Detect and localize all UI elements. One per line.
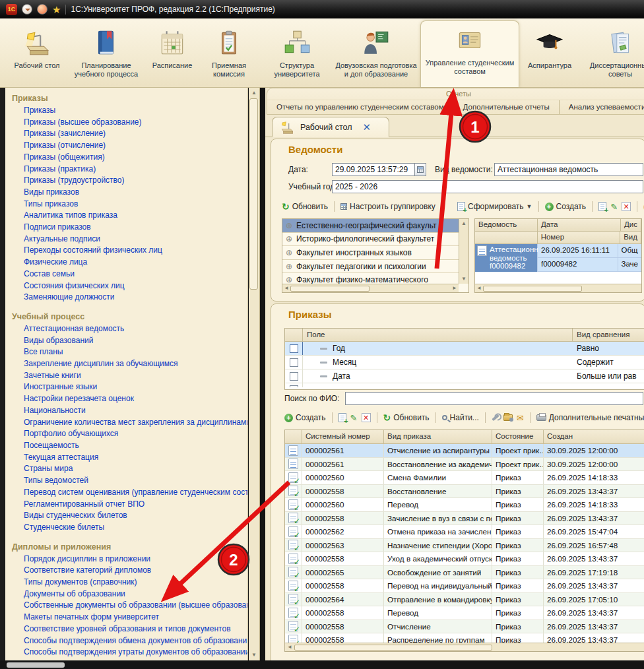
order-row[interactable]: ✓ 000002558 Восстановление Приказ 26.09.… bbox=[285, 485, 644, 499]
sidebar-link[interactable]: Перевод систем оценивания (управление ст… bbox=[5, 487, 247, 499]
1c-logo-icon[interactable]: 1С bbox=[6, 4, 17, 15]
order-row[interactable]: ✓ 000002561 Восстановление из академичес… bbox=[285, 458, 644, 472]
copy-button[interactable] bbox=[338, 413, 346, 422]
expand-plus-icon[interactable]: ⊕ bbox=[286, 275, 292, 284]
year-input[interactable] bbox=[332, 180, 643, 193]
additional-print-button[interactable]: Дополнительные печатные bbox=[536, 413, 644, 422]
col-field[interactable]: Поле bbox=[303, 329, 573, 341]
col-vedomost[interactable]: Ведомость bbox=[475, 219, 538, 232]
sidebar-link[interactable]: Иностранные языки bbox=[5, 381, 247, 393]
col-order-kind[interactable]: Вид приказа bbox=[384, 430, 492, 443]
sidebar-link[interactable]: Собственные документы об образовании (вы… bbox=[5, 600, 247, 612]
filter-checkbox[interactable] bbox=[290, 372, 298, 381]
sidebar-link[interactable]: Подписи приказов bbox=[5, 222, 247, 234]
order-row[interactable]: ✓ 000002564 Отправление в командировку П… bbox=[285, 593, 644, 607]
order-row[interactable]: ✓ 000002558 Распределение по группам При… bbox=[285, 633, 644, 643]
sidebar-link[interactable]: Актуальные подписи bbox=[5, 234, 247, 245]
settings-wrench-icon[interactable] bbox=[492, 414, 499, 422]
refresh-button[interactable]: ↻Обновить bbox=[282, 202, 328, 211]
sidebar-link[interactable]: Порядок дисциплин в приложении bbox=[5, 554, 247, 565]
sidebar-link[interactable]: Виды образований bbox=[5, 335, 247, 347]
sidebar-link[interactable]: Посещаемость bbox=[5, 440, 247, 452]
col-dis[interactable]: Дис bbox=[621, 219, 641, 232]
faculty-row[interactable]: ⊕ Историко-филологический факультет bbox=[282, 233, 459, 247]
vedomost-row[interactable]: Аттестационная ведомость f00009482 26.09… bbox=[475, 244, 641, 272]
sidebar-link[interactable]: Приказы bbox=[5, 105, 247, 117]
ribbon-tab-schedule[interactable]: Расписание bbox=[146, 24, 198, 86]
sidebar-link[interactable]: Студенческие билеты bbox=[5, 522, 247, 534]
order-row[interactable]: ✓ 000002560 Смена Фамилии Приказ 26.09.2… bbox=[285, 471, 644, 485]
expand-plus-icon[interactable]: ⊕ bbox=[286, 221, 292, 230]
sidebar-link[interactable]: Настройки перезачета оценок bbox=[5, 393, 247, 405]
faculty-hscrollbar[interactable]: ◄ ► bbox=[282, 284, 459, 292]
ribbon-tab-dissertation-councils[interactable]: Диссертационные советы bbox=[581, 24, 644, 86]
faculty-row[interactable]: ⊕ Естественно-географический факульт bbox=[282, 219, 459, 233]
sidebar-link[interactable]: Физические лица bbox=[5, 257, 247, 269]
calendar-button[interactable] bbox=[415, 163, 426, 176]
ribbon-tab-student-management[interactable]: Управление студенческим составом bbox=[420, 20, 519, 87]
col-date[interactable]: Дата bbox=[538, 219, 621, 232]
find-button[interactable]: Найти... bbox=[442, 413, 479, 422]
sidebar-link[interactable]: Аналитика типов приказа bbox=[5, 210, 247, 222]
sidebar-link[interactable]: Приказы (зачисление) bbox=[5, 128, 247, 140]
orders-hscrollbar[interactable]: ◄ bbox=[285, 643, 644, 651]
edit-button[interactable]: ✎ bbox=[350, 414, 358, 422]
col-created[interactable]: Создан bbox=[544, 430, 644, 443]
report-tab[interactable]: Анализ успеваемости обуча bbox=[559, 100, 644, 114]
sidebar-link[interactable]: Переходы состояний физических лиц bbox=[5, 245, 247, 257]
main-menu-button[interactable] bbox=[22, 4, 32, 15]
scroll-down-icon[interactable]: ▼ bbox=[249, 651, 259, 659]
create-button[interactable]: +Создать bbox=[545, 202, 587, 211]
scroll-up-icon[interactable]: ▲ bbox=[459, 220, 468, 228]
delete-button[interactable]: ✕ bbox=[622, 202, 631, 211]
scrollbar-thumb[interactable] bbox=[249, 98, 258, 290]
order-row[interactable]: ✓ 000002565 Освобождение от занятий Прик… bbox=[285, 566, 644, 580]
order-row[interactable]: ✓ 000002558 Перевод на индивидуальный гр… bbox=[285, 579, 644, 593]
ribbon-tab-preuniversity[interactable]: Довузовская подготовка и доп образование bbox=[333, 24, 419, 86]
filter-checkbox[interactable] bbox=[290, 344, 298, 353]
sidebar-link[interactable]: Заменяющие должности bbox=[5, 292, 247, 303]
scrollbar-thumb[interactable] bbox=[290, 286, 370, 292]
sidebar-link[interactable]: Закрепление дисциплин за обучающимся bbox=[5, 358, 247, 370]
sidebar-link[interactable]: Все планы bbox=[5, 346, 247, 358]
vedomost-hscrollbar[interactable]: ◄ bbox=[475, 284, 641, 292]
kind-input[interactable] bbox=[494, 163, 643, 176]
order-row[interactable]: ✓ 000002561 Отчисление из аспирантуры Пр… bbox=[285, 444, 644, 458]
faculty-row[interactable]: ⊕ Факультет иностранных языков bbox=[282, 246, 459, 260]
sidebar-link[interactable]: Приказы (трудоустройство) bbox=[5, 175, 247, 187]
sidebar-link[interactable]: Виды приказов bbox=[5, 187, 247, 199]
order-row[interactable]: ✓ 000002558 Отчисление Приказ 26.09.2025… bbox=[285, 620, 644, 634]
expand-plus-icon[interactable]: ⊕ bbox=[286, 262, 292, 271]
date-input[interactable] bbox=[332, 163, 415, 176]
sidebar-link[interactable]: Зачетные книги bbox=[5, 370, 247, 382]
sidebar-link[interactable]: Регламентированный отчет ВПО bbox=[5, 499, 247, 511]
folder-settings-icon[interactable] bbox=[503, 414, 513, 421]
refresh-orders-button[interactable]: ↻Обновить bbox=[383, 413, 430, 422]
sidebar-link[interactable]: Типы приказов bbox=[5, 199, 247, 210]
order-row[interactable]: ✓ 000002562 Отмена приказа на зачисление… bbox=[285, 525, 644, 539]
order-row[interactable]: ✓ 000002560 Перевод Приказ 26.09.2025 14… bbox=[285, 498, 644, 512]
col-vid[interactable]: Вид bbox=[620, 232, 641, 244]
col-state[interactable]: Состояние bbox=[492, 430, 544, 443]
scroll-left-icon[interactable]: ◄ bbox=[475, 284, 483, 292]
sidebar-link[interactable]: Типы ведомостей bbox=[5, 475, 247, 487]
window-control-button[interactable] bbox=[37, 4, 48, 15]
ribbon-tab-structure[interactable]: Структура университета bbox=[264, 24, 330, 86]
scrollbar-thumb[interactable] bbox=[294, 645, 492, 651]
sidebar-link[interactable]: Приказы (общежития) bbox=[5, 152, 247, 164]
sidebar-link[interactable]: Состояния физических лиц bbox=[5, 280, 247, 292]
delete-button[interactable]: ✕ bbox=[362, 413, 371, 422]
ribbon-tab-postgraduate[interactable]: Аспирантура bbox=[521, 24, 578, 86]
sidebar-link[interactable]: Ограничение количества мест закрепления … bbox=[5, 417, 247, 429]
favorites-star-icon[interactable]: ★ bbox=[52, 5, 61, 15]
sidebar-link[interactable]: Состав семьи bbox=[5, 269, 247, 280]
sidebar-link[interactable]: Страны мира bbox=[5, 463, 247, 475]
edit-button[interactable]: ✎ bbox=[610, 203, 618, 211]
scroll-right-icon[interactable]: ► bbox=[451, 284, 459, 292]
order-row[interactable]: ✓ 000002558 Уход в академический отпуск … bbox=[285, 552, 644, 566]
expand-plus-icon[interactable]: ⊕ bbox=[286, 234, 292, 243]
envelope-icon[interactable]: ✉ bbox=[517, 414, 524, 422]
sidebar-link[interactable]: Портфолио обучающихся bbox=[5, 428, 247, 440]
faculty-row[interactable]: ⊕ Факультет физико-математического bbox=[282, 273, 459, 284]
scroll-left-icon[interactable]: ◄ bbox=[282, 284, 290, 292]
